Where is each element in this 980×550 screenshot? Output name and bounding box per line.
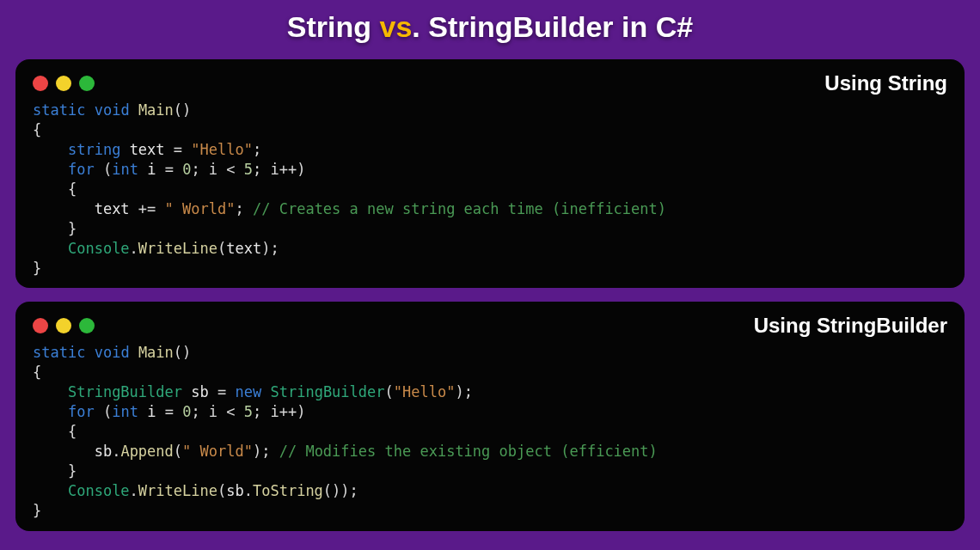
minimize-icon	[56, 318, 71, 333]
panel-title-string: Using String	[824, 71, 947, 95]
panel-title-stringbuilder: Using StringBuilder	[754, 314, 947, 338]
title-part1: String	[287, 10, 380, 43]
code-block-stringbuilder: static void Main() { StringBuilder sb = …	[33, 343, 947, 520]
panel-header: Using StringBuilder	[33, 314, 947, 338]
window-controls	[33, 318, 95, 333]
code-panel-string: Using String static void Main() { string…	[15, 59, 965, 288]
panel-header: Using String	[33, 71, 947, 95]
title-vs: vs	[380, 10, 413, 43]
close-icon	[33, 76, 48, 91]
maximize-icon	[79, 76, 95, 91]
close-icon	[33, 318, 48, 333]
maximize-icon	[79, 318, 95, 333]
minimize-icon	[56, 76, 71, 91]
title-part3: . StringBuilder in C#	[412, 10, 693, 43]
code-block-string: static void Main() { string text = "Hell…	[33, 101, 947, 278]
code-panel-stringbuilder: Using StringBuilder static void Main() {…	[15, 302, 965, 530]
page-title: String vs. StringBuilder in C#	[15, 10, 965, 44]
window-controls	[33, 76, 95, 91]
